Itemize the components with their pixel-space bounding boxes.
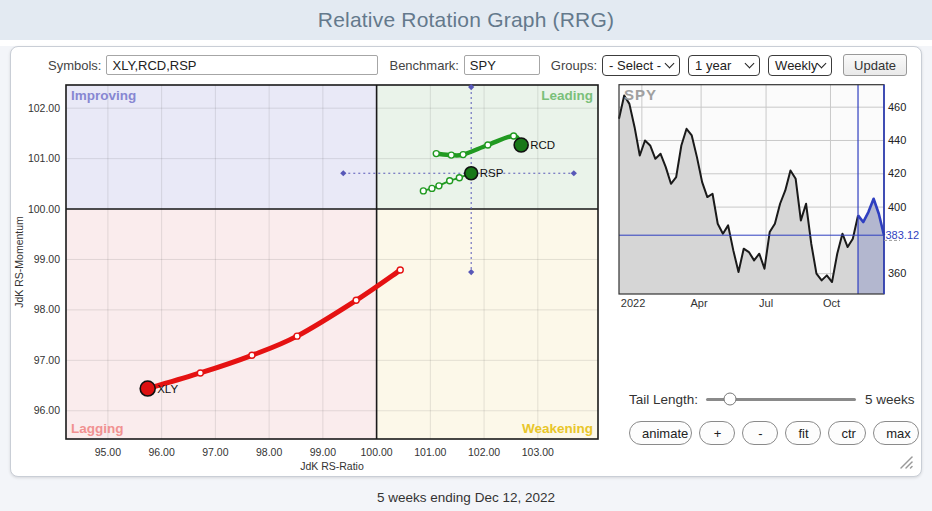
chevron-down-icon [665, 59, 675, 69]
y-tick-label: 102.00 [28, 102, 60, 114]
zoom-in-button[interactable]: + [699, 421, 735, 445]
rrg-label-XLY: XLY [157, 383, 178, 395]
fit-button[interactable]: fit [785, 421, 821, 445]
spy-last-price-label: 383.12 [886, 229, 920, 241]
rrg-tail-point-RCD [460, 152, 466, 158]
rrg-head-XLY[interactable] [140, 381, 155, 396]
quadrant-label-lagging: Lagging [71, 421, 124, 436]
y-tick-label: 101.00 [28, 152, 60, 164]
rrg-tail-point-RSP [436, 183, 442, 189]
y-tick-label: 98.00 [34, 303, 60, 315]
frequency-select[interactable]: Weekly [768, 55, 832, 76]
rrg-tail-point-XLY [397, 267, 403, 273]
rrg-label-RCD: RCD [530, 139, 555, 151]
tail-length-label: Tail Length: [629, 392, 698, 407]
quadrant-weakening [377, 209, 598, 439]
zoom-out-button[interactable]: - [742, 421, 778, 445]
rrg-panel: Symbols: Benchmark: Groups: - Select - 1… [10, 46, 922, 477]
rrg-tail-point-RCD [433, 151, 439, 157]
app-header: Relative Rotation Graph (RRG) [0, 0, 932, 40]
y-tick-label: 96.00 [34, 404, 60, 416]
x-tick-label: 100.00 [361, 446, 393, 458]
spy-month-label: Jul [759, 297, 773, 309]
spy-y-tick-label: 420 [888, 167, 906, 179]
rrg-head-RSP[interactable] [465, 167, 478, 180]
spy-y-tick-label: 460 [888, 101, 906, 113]
x-tick-label: 101.00 [414, 446, 446, 458]
spy-y-tick-label: 360 [888, 267, 906, 279]
rrg-tail-point-XLY [197, 370, 203, 376]
caption: 5 weeks ending Dec 12, 2022 [0, 490, 932, 505]
page-title: Relative Rotation Graph (RRG) [318, 8, 614, 32]
rrg-tail-point-RCD [448, 152, 454, 158]
quadrant-improving [66, 85, 377, 209]
update-button[interactable]: Update [843, 54, 907, 76]
rrg-tail-point-RSP [456, 175, 462, 181]
rrg-tail-point-RSP [447, 178, 453, 184]
rrg-label-RSP: RSP [480, 167, 504, 179]
frequency-select-value: Weekly [775, 58, 817, 73]
spy-title: SPY [624, 86, 657, 103]
x-tick-label: 98.00 [256, 446, 282, 458]
x-tick-label: 95.00 [95, 446, 121, 458]
center-button[interactable]: ctr [828, 421, 866, 445]
chevron-down-icon [745, 59, 755, 69]
y-tick-label: 99.00 [34, 253, 60, 265]
x-tick-label: 102.00 [468, 446, 500, 458]
rrg-tail-point-RSP [420, 188, 426, 194]
quadrant-label-weakening: Weakening [522, 421, 593, 436]
groups-select[interactable]: - Select - [602, 55, 680, 76]
benchmark-mini-chart[interactable]: SPY360400420440460383.122022AprJulOct [609, 77, 923, 322]
y-tick-label: 97.00 [34, 354, 60, 366]
rrg-tail-point-RCD [511, 133, 517, 139]
animate-button[interactable]: animate [629, 421, 692, 445]
x-tick-label: 103.00 [522, 446, 554, 458]
spy-y-tick-label: 440 [888, 134, 906, 146]
period-select-value: 1 year [695, 58, 731, 73]
rrg-tail-point-RCD [485, 142, 491, 148]
rrg-tail-point-XLY [294, 333, 300, 339]
spy-month-label: 2022 [621, 297, 645, 309]
spy-month-label: Apr [690, 297, 707, 309]
quadrant-label-improving: Improving [71, 88, 136, 103]
rrg-chart[interactable]: ImprovingLeadingLaggingWeakening95.0096.… [11, 47, 609, 478]
rrg-head-RCD[interactable] [514, 138, 528, 152]
quadrant-label-leading: Leading [541, 88, 593, 103]
tail-length-slider[interactable] [706, 391, 856, 407]
x-axis-title: JdK RS-Ratio [300, 460, 364, 472]
x-tick-label: 96.00 [149, 446, 175, 458]
chevron-down-icon [817, 59, 827, 69]
x-tick-label: 97.00 [202, 446, 228, 458]
spy-month-label: Oct [823, 297, 840, 309]
chart-buttons-row: animate+-fitctrmax [629, 421, 919, 445]
tail-length-value: 5 weeks [865, 392, 915, 407]
slider-thumb[interactable] [724, 393, 737, 406]
x-tick-label: 99.00 [310, 446, 336, 458]
spy-y-tick-label: 400 [888, 201, 906, 213]
rrg-tail-point-XLY [249, 352, 255, 358]
groups-select-value: - Select - [609, 58, 661, 73]
resize-handle-icon[interactable] [898, 454, 914, 470]
y-axis-title: JdK RS-Momentum [13, 216, 25, 308]
max-button[interactable]: max [873, 421, 919, 445]
tail-length-row: Tail Length: 5 weeks [629, 390, 915, 408]
period-select[interactable]: 1 year [688, 55, 760, 76]
rrg-tail-point-XLY [353, 297, 359, 303]
quadrant-lagging [66, 209, 377, 439]
y-tick-label: 100.00 [28, 203, 60, 215]
rrg-tail-point-RSP [429, 185, 435, 191]
